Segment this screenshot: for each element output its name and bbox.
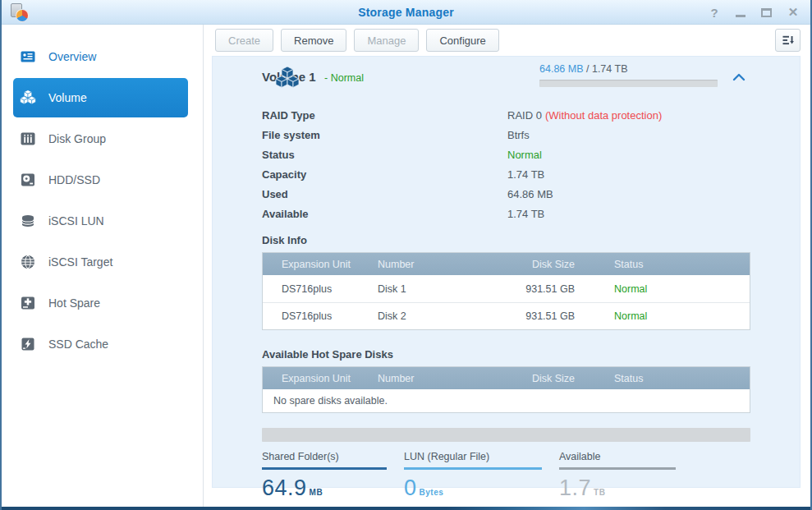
- configure-button[interactable]: Configure: [426, 29, 498, 52]
- sidebar-item-iscsi-target[interactable]: iSCSI Target: [2, 241, 203, 283]
- overview-icon: [20, 48, 36, 65]
- stat-unit: Bytes: [420, 488, 444, 497]
- sidebar-item-label: iSCSI LUN: [48, 214, 104, 227]
- sidebar-item-label: Volume: [48, 91, 87, 104]
- sidebar: Overview Volume: [2, 25, 204, 507]
- stat-lun: LUN (Regular File) 0Bytes: [404, 451, 542, 501]
- volume-details: RAID Type RAID 0(Without data protection…: [262, 106, 750, 224]
- sidebar-item-label: Hot Spare: [48, 296, 100, 310]
- usage-block: 64.86 MB / 1.74 TB: [539, 63, 718, 87]
- status-value: Normal: [507, 149, 542, 161]
- detail-row-used: Used 64.86 MB: [262, 185, 750, 204]
- detail-row-available: Available 1.74 TB: [262, 204, 750, 224]
- table-row[interactable]: DS716plus Disk 1 931.51 GB Normal: [263, 275, 750, 302]
- usage-total-value: / 1.74 TB: [586, 63, 628, 75]
- titlebar: Storage Manager ? ✕: [2, 0, 810, 25]
- sidebar-item-volume[interactable]: Volume: [13, 78, 188, 117]
- detail-row-status: Status Normal: [262, 145, 750, 165]
- create-button: Create: [215, 29, 273, 52]
- close-icon[interactable]: ✕: [787, 5, 799, 20]
- stat-value: 1.7: [559, 476, 591, 500]
- minimize-icon[interactable]: [736, 15, 745, 17]
- volume-cubes-icon: [20, 90, 36, 106]
- iscsi-target-icon: [20, 254, 36, 270]
- sidebar-item-hot-spare[interactable]: Hot Spare: [2, 283, 203, 324]
- toolbar: Create Remove Manage Configure: [204, 25, 810, 54]
- sidebar-item-label: HDD/SSD: [48, 173, 100, 186]
- disk-status: Normal: [575, 283, 750, 295]
- ssd-cache-icon: [20, 336, 36, 352]
- help-icon[interactable]: ?: [709, 6, 720, 20]
- disk-info-table-header: Expansion Unit Number Disk Size Status: [263, 253, 750, 275]
- sidebar-item-hdd-ssd[interactable]: HDD/SSD: [2, 159, 203, 200]
- sidebar-item-iscsi-lun[interactable]: iSCSI LUN: [2, 200, 203, 241]
- stat-value: 64.9: [262, 476, 307, 500]
- raid-warning-text: (Without data protection): [545, 109, 662, 122]
- remove-button[interactable]: Remove: [281, 29, 346, 52]
- hot-spare-table: Expansion Unit Number Disk Size Status N…: [262, 366, 750, 413]
- usage-used-value: 64.86 MB: [539, 63, 584, 75]
- collapse-list-icon: [782, 34, 795, 47]
- sidebar-item-overview[interactable]: Overview: [2, 36, 203, 77]
- manage-button: Manage: [354, 29, 419, 52]
- disk-info-table: Expansion Unit Number Disk Size Status D…: [262, 252, 750, 330]
- maximize-icon[interactable]: [761, 8, 772, 17]
- hot-spare-table-header: Expansion Unit Number Disk Size Status: [263, 367, 750, 389]
- sidebar-item-label: iSCSI Target: [48, 255, 112, 269]
- detail-row-raid-type: RAID Type RAID 0(Without data protection…: [262, 106, 750, 126]
- window-title: Storage Manager: [2, 6, 810, 19]
- stat-unit: TB: [594, 488, 605, 497]
- volume-panel-header[interactable]: Volume 1 - Normal 64.86 MB / 1.74 TB: [262, 57, 750, 99]
- detail-row-capacity: Capacity 1.74 TB: [262, 165, 750, 185]
- sidebar-item-disk-group[interactable]: Disk Group: [2, 118, 203, 159]
- hdd-ssd-icon: [20, 172, 36, 188]
- chevron-up-icon[interactable]: [732, 73, 745, 81]
- usage-progress-bar: [539, 80, 718, 87]
- volume-panel: Volume 1 - Normal 64.86 MB / 1.74 TB: [212, 56, 801, 488]
- stat-value: 0: [404, 476, 417, 500]
- volume-status-badge: - Normal: [324, 72, 364, 84]
- hot-spare-icon: [20, 295, 36, 311]
- window-controls: ? ✕: [709, 0, 799, 25]
- stat-available: Available 1.7TB: [559, 451, 676, 501]
- storage-manager-window: Storage Manager ? ✕ Overview: [0, 0, 812, 510]
- sidebar-item-ssd-cache[interactable]: SSD Cache: [2, 324, 203, 365]
- stat-shared-folders: Shared Folder(s) 64.9MB: [262, 451, 387, 501]
- volume-usage-bar: [262, 428, 750, 442]
- hot-spare-empty-message: No spare disks available.: [263, 389, 750, 412]
- disk-status: Normal: [575, 310, 750, 322]
- disk-info-title: Disk Info: [262, 234, 750, 246]
- iscsi-lun-icon: [20, 213, 36, 229]
- disk-group-icon: [20, 131, 36, 147]
- volume-cubes-icon: [275, 66, 300, 90]
- hot-spare-title: Available Hot Spare Disks: [262, 348, 750, 361]
- sidebar-item-label: Disk Group: [48, 132, 106, 145]
- stat-unit: MB: [310, 488, 323, 497]
- collapse-all-button[interactable]: [775, 29, 801, 52]
- sidebar-item-label: SSD Cache: [48, 338, 108, 351]
- table-row[interactable]: DS716plus Disk 2 931.51 GB Normal: [263, 302, 750, 329]
- sidebar-item-label: Overview: [48, 50, 96, 63]
- detail-row-file-system: File system Btrfs: [262, 126, 750, 145]
- volume-stats: Shared Folder(s) 64.9MB LUN (Regular Fil…: [262, 451, 750, 501]
- window-bottom-border: [2, 507, 810, 510]
- main-content: Create Remove Manage Configure: [204, 25, 810, 507]
